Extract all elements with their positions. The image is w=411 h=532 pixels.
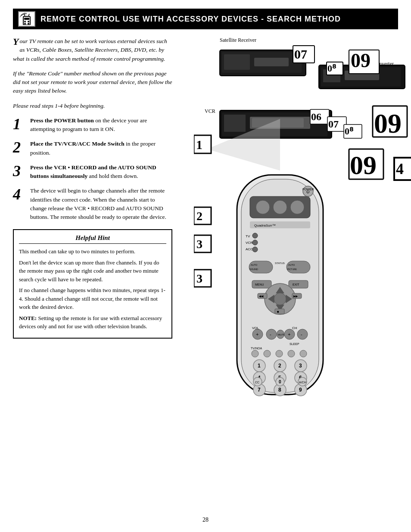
intro-paragraph-3: Please read steps 1-4 before beginning.: [13, 102, 172, 110]
page-number: 28: [0, 516, 411, 523]
svg-text:-: -: [270, 332, 271, 337]
svg-text:1: 1: [196, 137, 202, 152]
svg-text:06: 06: [311, 111, 321, 122]
svg-text:+: +: [288, 332, 290, 337]
svg-text:ACC: ACC: [246, 247, 253, 251]
svg-text:QuadraSurr™: QuadraSurr™: [254, 224, 276, 227]
svg-text:3: 3: [299, 363, 302, 369]
svg-text:VCR: VCR: [246, 241, 253, 245]
svg-text:TV/NOA: TV/NOA: [251, 347, 262, 350]
svg-text:2: 2: [196, 209, 202, 223]
step-2-text: Place the TV/VCR/ACC Mode Switch in the …: [30, 140, 172, 157]
svg-text:SOUND: SOUND: [249, 268, 258, 271]
svg-text:■: ■: [277, 310, 279, 314]
svg-text:CH: CH: [292, 326, 297, 330]
svg-point-62: [252, 233, 258, 238]
svg-rect-10: [224, 54, 250, 70]
svg-text:▶▶: ▶▶: [293, 295, 298, 298]
remote-signal-icon: [20, 13, 34, 25]
svg-text:3: 3: [196, 237, 202, 251]
intro-paragraph-1: Your TV remote can be set to work variou…: [13, 37, 172, 63]
svg-point-98: [297, 329, 308, 339]
svg-text:09: 09: [351, 50, 371, 72]
step-4-number: 4: [13, 187, 26, 202]
svg-rect-24: [224, 115, 246, 132]
svg-point-52: [273, 200, 287, 214]
step-3-number: 3: [13, 163, 26, 179]
svg-text:CC: CC: [255, 381, 259, 384]
page-title: Remote Control Use with Accessory Device…: [40, 15, 341, 24]
svg-rect-68: [286, 261, 310, 273]
svg-text:-: -: [301, 332, 302, 337]
svg-text:09: 09: [350, 150, 377, 180]
svg-text:0⁸: 0⁸: [327, 63, 336, 74]
left-column: Your TV remote can be set to work variou…: [13, 37, 172, 390]
step-1-number: 1: [13, 116, 26, 132]
svg-text:EXIT: EXIT: [293, 283, 299, 286]
svg-text:AUTO: AUTO: [251, 264, 258, 266]
step-2: 2 Place the TV/VCR/ACC Mode Switch in th…: [13, 140, 172, 157]
svg-text:A/CH: A/CH: [299, 381, 306, 384]
svg-rect-65: [249, 261, 273, 273]
svg-point-53: [290, 200, 304, 214]
svg-text:+: +: [256, 332, 258, 337]
svg-text:4: 4: [396, 160, 404, 177]
step-4-text: The device will begin to change channels…: [30, 187, 172, 221]
svg-text:MENU: MENU: [255, 283, 264, 286]
svg-point-5: [28, 21, 29, 22]
svg-text:9: 9: [299, 387, 302, 393]
first-letter: Y: [13, 37, 19, 47]
svg-point-105: [288, 350, 295, 357]
svg-text:09: 09: [374, 108, 402, 139]
step-3-text: Press the VCR • RECORD and the AUTO SOUN…: [30, 163, 172, 181]
svg-point-102: [252, 350, 258, 357]
svg-text:07: 07: [328, 118, 339, 130]
svg-point-104: [276, 350, 283, 357]
svg-text:STATUS: STATUS: [275, 262, 285, 264]
svg-point-103: [264, 350, 271, 357]
hint-title: Helpful Hint: [19, 234, 166, 244]
svg-text:0: 0: [279, 380, 281, 384]
svg-point-6: [24, 23, 26, 25]
svg-point-81: [274, 293, 286, 305]
hint-item-2: Don't let the device scan up more than f…: [19, 258, 166, 284]
svg-rect-86: [275, 309, 284, 314]
svg-point-63: [252, 240, 258, 245]
svg-text:POWER: POWER: [302, 188, 314, 191]
illustration: Satellite Receiver Cable Converter VCR 0…: [181, 37, 398, 390]
svg-text:2: 2: [278, 363, 281, 369]
step-2-number: 2: [13, 140, 26, 155]
svg-text:1: 1: [258, 363, 261, 369]
step-1-text: Press the POWER button on the device you…: [30, 116, 172, 134]
svg-point-7: [28, 23, 29, 25]
hint-item-1: This method can take up to two minutes t…: [19, 247, 166, 256]
hint-item-4: NOTE: Setting up the remote is for use w…: [19, 314, 166, 331]
remote-control: QuadraSurr™ ⏻ POWER TV VCR ACC AUTO: [224, 171, 336, 399]
svg-text:MUTE: MUTE: [278, 333, 285, 336]
right-column: Satellite Receiver Cable Converter VCR 0…: [181, 37, 398, 390]
page: Remote Control Use with Accessory Device…: [0, 0, 411, 532]
step-3: 3 Press the VCR • RECORD and the AUTO SO…: [13, 163, 172, 181]
svg-text:7: 7: [258, 387, 261, 393]
step-1: 1 Press the POWER button on the device y…: [13, 116, 172, 134]
svg-text:3: 3: [196, 272, 202, 285]
svg-text:PICTURE: PICTURE: [287, 268, 297, 271]
steps-section: 1 Press the POWER button on the device y…: [13, 116, 172, 222]
svg-text:8: 8: [278, 387, 281, 393]
svg-point-91: [266, 329, 277, 339]
header-bar: Remote Control Use with Accessory Device…: [13, 9, 398, 29]
svg-text:TV: TV: [246, 234, 250, 238]
content-area: Your TV remote can be set to work variou…: [13, 37, 398, 390]
hint-item-3: If no channel change happens within two …: [19, 286, 166, 311]
svg-point-64: [252, 247, 258, 252]
svg-text:0⁸: 0⁸: [345, 126, 353, 137]
svg-point-4: [24, 21, 26, 22]
header-icon: [18, 11, 35, 27]
svg-text:◀◀: ◀◀: [259, 295, 264, 298]
step-4: 4 The device will begin to change channe…: [13, 187, 172, 221]
svg-text:SLEEP: SLEEP: [290, 342, 299, 345]
svg-text:AUTO: AUTO: [288, 264, 295, 266]
svg-point-106: [300, 350, 307, 357]
intro-paragraph-2: If the "Remote Code" number method shown…: [13, 69, 172, 96]
hint-box: Helpful Hint This method can take up to …: [13, 229, 172, 339]
